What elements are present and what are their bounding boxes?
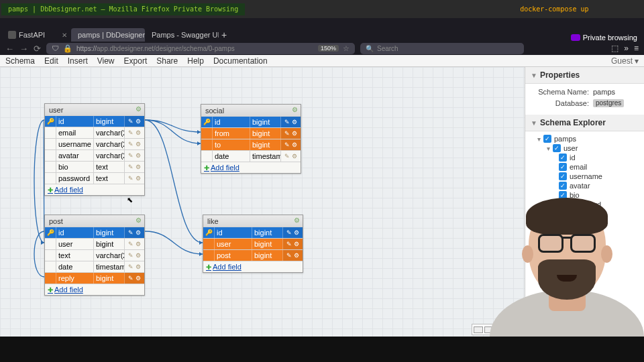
field-actions[interactable]: ✎ ⚙ [124,273,144,284]
field-row[interactable]: userbigint✎ ⚙ [203,238,303,249]
field-actions[interactable]: ✎ ⚙ [124,162,144,172]
field-row[interactable]: replybigint✎ ⚙ [45,272,144,284]
tree-item[interactable]: ▾✓user [537,143,641,153]
guest-label[interactable]: Guest [611,56,633,66]
tree-item[interactable]: ✓avatar [537,181,641,190]
minimap[interactable] [472,324,522,335]
add-field-link[interactable]: ✚Add field [203,261,303,272]
field-actions[interactable]: ✎ ⚙ [124,116,144,127]
field-actions[interactable]: ✎ ⚙ [282,227,303,238]
field-row[interactable]: postbigint✎ ⚙ [203,249,303,261]
table-header[interactable]: post⚙ [45,215,144,227]
field-row[interactable]: 🔑idbigint✎ ⚙ [45,227,144,238]
field-row[interactable]: 🔑idbigint✎ ⚙ [45,115,144,127]
os-window-tab[interactable]: pamps | DbDesigner.net — Mozilla Firefox… [1,3,245,15]
checkbox-icon[interactable]: ✓ [559,191,567,199]
reload-button[interactable]: ⟳ [34,44,41,54]
gear-icon[interactable]: ⚙ [136,105,142,113]
close-icon[interactable]: ✕ [62,32,67,39]
gear-icon[interactable]: ⚙ [294,217,300,224]
gear-icon[interactable]: ⚙ [292,106,298,113]
search-bar[interactable]: 🔍 Search [360,43,524,54]
back-button[interactable]: ← [5,44,14,54]
minimap-button[interactable] [484,326,494,333]
field-actions[interactable]: ✎ ⚙ [282,239,303,249]
tree-item[interactable]: ✓id [537,153,641,162]
overflow-icon[interactable]: » [624,44,629,53]
tree-item[interactable]: ✓username [537,172,641,181]
field-row[interactable]: biotext✎ ⚙ [45,161,144,172]
tree-item[interactable]: ✓bio [537,190,641,200]
tree-item[interactable]: ▾✓pamps [537,134,641,143]
field-row[interactable]: passwordtext✎ ⚙ [45,172,144,184]
field-row[interactable]: 🔑idbigint✎ ⚙ [201,116,301,127]
menu-schema[interactable]: Schema [5,56,35,66]
gear-icon[interactable]: ⚙ [136,217,142,224]
field-actions[interactable]: ✎ ⚙ [124,239,144,249]
field-actions[interactable]: ✎ ⚙ [124,150,144,161]
forward-button[interactable]: → [19,44,28,54]
database-badge[interactable]: postgres [593,99,624,107]
table-social[interactable]: social⚙🔑idbigint✎ ⚙frombigint✎ ⚙tobigint… [201,104,301,174]
menu-view[interactable]: View [97,56,115,66]
new-tab-button[interactable]: + [221,29,227,40]
checkbox-icon[interactable]: ✓ [559,163,567,171]
browser-tab[interactable]: FastAPI ✕ [4,28,71,42]
menu-documentation[interactable]: Documentation [213,56,268,66]
field-actions[interactable]: ✎ ⚙ [280,139,301,150]
field-row[interactable]: tobigint✎ ⚙ [201,139,301,150]
field-actions[interactable]: ✎ ⚙ [282,250,303,261]
field-actions[interactable]: ✎ ⚙ [124,127,144,138]
field-row[interactable]: avatarvarchar(255)✎ ⚙ [45,149,144,161]
field-actions[interactable]: ✎ ⚙ [124,139,144,149]
add-field-link[interactable]: ✚Add field [45,184,144,195]
hamburger-icon[interactable]: ≡ [634,44,639,53]
field-row[interactable]: datetimestamp✎ ⚙ [45,261,144,272]
add-field-link[interactable]: ✚Add field [201,162,301,173]
table-like[interactable]: like⚙🔑idbigint✎ ⚙userbigint✎ ⚙postbigint… [203,215,303,273]
checkbox-icon[interactable]: ✓ [559,200,567,208]
field-actions[interactable]: ✎ ⚙ [124,261,144,272]
tree-item[interactable]: ✓email [537,162,641,172]
checkbox-icon[interactable]: ✓ [559,182,567,190]
table-post[interactable]: post⚙🔑idbigint✎ ⚙userbigint✎ ⚙textvarcha… [44,215,145,296]
add-field-link[interactable]: ✚Add field [45,284,144,295]
menu-share[interactable]: Share [156,56,178,66]
field-actions[interactable]: ✎ ⚙ [124,173,144,184]
field-row[interactable]: userbigint✎ ⚙ [45,238,144,249]
field-row[interactable]: frombigint✎ ⚙ [201,127,301,139]
field-actions[interactable]: ✎ ⚙ [280,151,301,162]
field-row[interactable]: 🔑idbigint✎ ⚙ [203,227,303,238]
menu-export[interactable]: Export [124,56,148,66]
field-row[interactable]: textvarchar(255)✎ ⚙ [45,249,144,261]
checkbox-icon[interactable]: ✓ [553,144,561,152]
checkbox-icon[interactable]: ✓ [543,135,551,143]
table-header[interactable]: social⚙ [201,105,301,116]
menu-insert[interactable]: Insert [68,56,88,66]
properties-header[interactable]: ▼ Properties [525,67,644,84]
explorer-header[interactable]: ▼ Schema Explorer [525,115,644,131]
field-row[interactable]: datetimestamp✎ ⚙ [201,150,301,162]
download-icon[interactable]: ⬚ [611,44,619,53]
browser-tab[interactable]: Pamps - Swagger UI ✕ [145,28,219,42]
menu-edit[interactable]: Edit [44,56,58,66]
field-row[interactable]: emailvarchar(255)✎ ⚙ [45,127,144,138]
field-row[interactable]: usernamevarchar(255)✎ ⚙ [45,138,144,149]
zoom-badge[interactable]: 150% [318,45,339,52]
browser-tab[interactable]: pamps | DbDesigner.net ✕ [71,28,145,42]
field-actions[interactable]: ✎ ⚙ [280,128,301,139]
schema-canvas[interactable]: user⚙🔑idbigint✎ ⚙emailvarchar(255)✎ ⚙use… [0,67,525,337]
menu-help[interactable]: Help [187,56,204,66]
field-actions[interactable]: ✎ ⚙ [124,227,144,238]
field-actions[interactable]: ✎ ⚙ [280,117,301,127]
bookmark-icon[interactable]: ☆ [343,44,350,53]
url-bar[interactable]: 🛡 🔒 https://app.dbdesigner.net/designer/… [46,43,355,54]
minimap-button[interactable] [474,326,483,333]
table-header[interactable]: like⚙ [203,215,303,227]
checkbox-icon[interactable]: ✓ [559,154,567,162]
checkbox-icon[interactable]: ✓ [559,172,567,180]
field-actions[interactable]: ✎ ⚙ [124,250,144,261]
tree-item[interactable]: ✓password [537,200,641,209]
table-user[interactable]: user⚙🔑idbigint✎ ⚙emailvarchar(255)✎ ⚙use… [44,103,145,196]
table-header[interactable]: user⚙ [45,104,144,115]
